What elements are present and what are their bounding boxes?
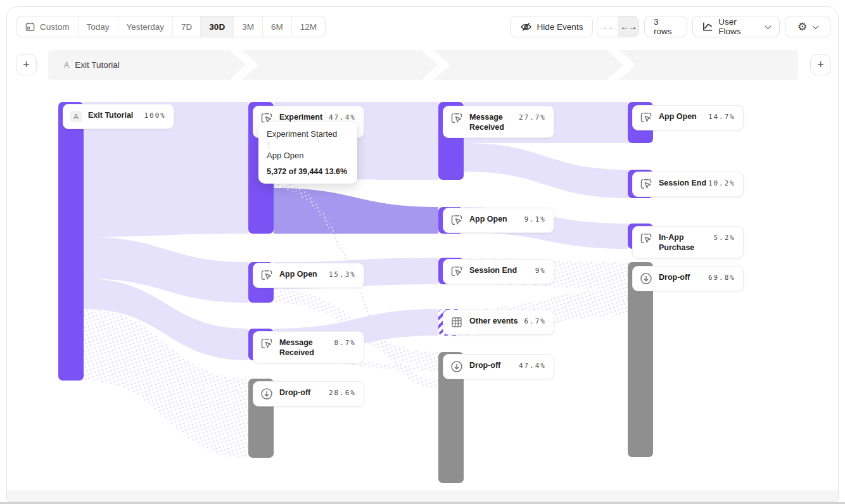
node-value: 9.1% [524, 215, 547, 224]
tooltip-from-event: Experiment Started [267, 129, 349, 139]
drop-off-icon [640, 272, 652, 285]
event-click-icon [260, 337, 273, 350]
node-card-drop-off[interactable]: Drop-off69.8% [632, 266, 744, 291]
range-7d[interactable]: 7D [173, 16, 201, 37]
node-label: Drop-off [659, 273, 708, 283]
node-label: App Open [659, 112, 708, 122]
event-click-icon [450, 214, 463, 227]
breadcrumb-step: A Exit Tutorial [64, 50, 120, 80]
node-card-session-end[interactable]: Session End9% [443, 259, 554, 284]
range-today[interactable]: Today [79, 16, 118, 37]
sankey-canvas: AExit Tutorial100%Experiment Started47.4… [7, 80, 839, 492]
node-value: 47.4% [519, 361, 546, 370]
user-flows-chart-icon [702, 21, 713, 32]
hide-events-label: Hide Events [537, 22, 583, 32]
node-card-in-app-purchase[interactable]: In-App Purchase5.2% [632, 226, 744, 258]
node-value: 28.6% [329, 388, 356, 397]
node-value: 9% [535, 266, 546, 275]
node-value: 15.3% [329, 270, 356, 279]
date-range-control: Custom Today Yesterday 7D 30D 3M 6M 12M [16, 16, 326, 37]
node-card-drop-off[interactable]: Drop-off28.6% [253, 381, 364, 406]
view-selector-button[interactable]: User Flows [692, 16, 780, 37]
node-label: Exit Tutorial [88, 111, 144, 121]
range-label: 12M [300, 22, 317, 32]
collapse-expand-control: →← ←→ [597, 16, 639, 37]
app-frame: Custom Today Yesterday 7D 30D 3M 6M 12M … [6, 6, 839, 502]
range-label: 30D [209, 22, 225, 32]
eye-off-icon [520, 22, 532, 32]
plus-icon: + [23, 58, 30, 72]
node-card-message-received[interactable]: Message Received27.7% [443, 106, 554, 138]
node-label: Session End [659, 179, 708, 189]
hide-events-button[interactable]: Hide Events [510, 16, 593, 37]
range-label: 6M [271, 22, 283, 32]
event-click-icon [640, 232, 652, 245]
range-yesterday[interactable]: Yesterday [118, 16, 174, 37]
step-label: Exit Tutorial [75, 60, 120, 70]
tooltip-connector [269, 141, 269, 149]
node-value: 47.4% [329, 113, 356, 122]
event-click-icon [640, 178, 652, 191]
node-label: Other events [469, 317, 524, 327]
range-custom[interactable]: Custom [16, 16, 79, 37]
add-step-left-button[interactable]: + [16, 54, 37, 75]
node-card-message-received[interactable]: Message Received8.7% [253, 331, 364, 363]
collapse-icon: →← [599, 22, 616, 32]
node-label: App Open [469, 215, 524, 225]
node-bar-exit-tutorial[interactable] [58, 102, 84, 381]
node-label: Session End [469, 266, 529, 276]
node-label: Message Received [469, 113, 519, 132]
range-3m[interactable]: 3M [234, 16, 263, 37]
node-card-exit-tutorial[interactable]: AExit Tutorial100% [63, 104, 174, 129]
range-6m[interactable]: 6M [263, 16, 292, 37]
node-value: 10.2% [708, 179, 735, 187]
node-bar-drop-off[interactable] [628, 262, 653, 457]
footer-strip [7, 491, 838, 501]
expand-icon: ←→ [620, 22, 637, 32]
node-value: 100% [144, 111, 167, 120]
range-label: Yesterday [127, 22, 165, 32]
other-events-grid-icon [450, 316, 463, 329]
event-click-icon [450, 112, 463, 125]
event-click-icon [260, 269, 273, 282]
step-breadcrumb-bar[interactable]: A Exit Tutorial [48, 50, 798, 80]
chevron-down-icon [765, 23, 772, 29]
step-a-badge: A [70, 111, 82, 122]
node-label: Drop-off [279, 388, 329, 398]
view-selector-label: User Flows [718, 17, 759, 36]
node-card-other-events[interactable]: Other events6.7% [443, 310, 554, 335]
node-card-session-end[interactable]: Session End10.2% [632, 172, 744, 197]
rows-button[interactable]: 3 rows [644, 16, 687, 37]
settings-button[interactable]: ⚙ [785, 16, 830, 37]
event-click-icon [450, 265, 463, 278]
node-value: 6.7% [524, 317, 547, 325]
user-flows-app: Custom Today Yesterday 7D 30D 3M 6M 12M … [0, 0, 845, 504]
range-12m[interactable]: 12M [292, 16, 325, 37]
flow-ribbon[interactable] [464, 143, 628, 198]
drop-off-icon [260, 387, 273, 400]
range-label: 3M [242, 22, 254, 32]
node-card-drop-off[interactable]: Drop-off47.4% [443, 354, 554, 379]
chevron-separators [48, 50, 798, 80]
node-value: 27.7% [519, 113, 546, 122]
node-card-app-open[interactable]: App Open9.1% [443, 208, 554, 233]
tooltip-to-event: App Open [267, 151, 349, 160]
step-badge: A [64, 61, 69, 70]
range-label: 7D [181, 22, 192, 32]
node-label: In-App Purchase [659, 233, 714, 253]
range-label: Custom [40, 22, 70, 32]
node-card-app-open[interactable]: App Open15.3% [253, 263, 364, 288]
expand-columns-button[interactable]: ←→ [618, 16, 639, 37]
add-step-right-button[interactable]: + [810, 54, 831, 75]
tooltip-stat: 5,372 of 39,444 13.6% [267, 167, 349, 176]
range-label: Today [87, 22, 110, 32]
node-label: App Open [279, 270, 329, 280]
gear-icon: ⚙ [797, 22, 807, 32]
collapse-columns-button[interactable]: →← [597, 16, 618, 37]
calendar-icon [25, 22, 35, 32]
range-30d[interactable]: 30D [201, 16, 234, 37]
drop-off-icon [450, 360, 463, 373]
chevron-down-icon [813, 23, 819, 29]
node-card-app-open[interactable]: App Open14.7% [632, 105, 744, 130]
node-label: Message Received [279, 338, 334, 358]
